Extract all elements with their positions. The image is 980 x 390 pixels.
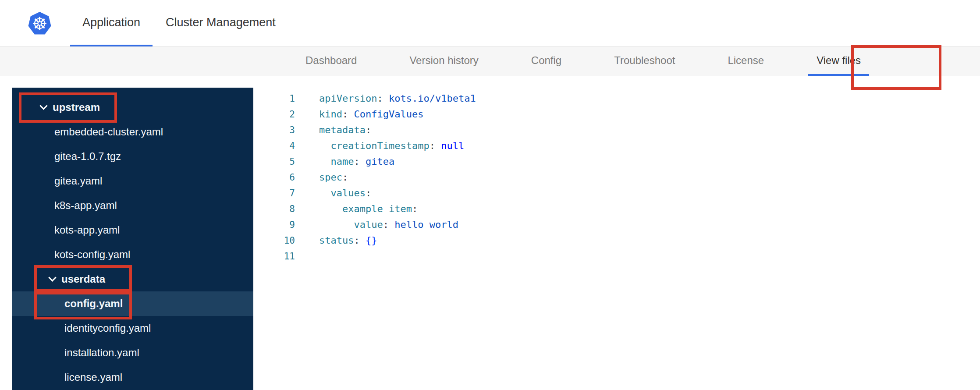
subnav-item-version-history[interactable]: Version history [401, 47, 486, 76]
subnav-item-dashboard-label: Dashboard [305, 54, 357, 67]
code-line: 9 value: hello world [253, 217, 980, 233]
file-kots-app-yaml[interactable]: kots-app.yaml [12, 218, 253, 242]
subnav-item-config-label: Config [531, 54, 561, 67]
line-number: 6 [253, 170, 295, 185]
subnav-item-config[interactable]: Config [523, 47, 570, 76]
line-number: 10 [253, 233, 295, 248]
subnav-item-view-files[interactable]: View files [808, 47, 869, 76]
subnav-item-troubleshoot-label: Troubleshoot [614, 54, 675, 67]
subnav-item-license-label: License [728, 54, 764, 67]
code-line: 6spec: [253, 170, 980, 185]
subnav-item-version-history-label: Version history [409, 54, 478, 67]
code-line: 1apiVersion: kots.io/v1beta1 [253, 91, 980, 106]
code-line: 7 values: [253, 185, 980, 201]
subnav-item-license[interactable]: License [719, 47, 772, 76]
code-line: 4 creationTimestamp: null [253, 138, 980, 154]
line-number: 1 [253, 91, 295, 106]
kots-admin-console: ☸ Application Cluster Management Dashboa… [0, 0, 980, 390]
file-tree: upstreamembedded-cluster.yamlgitea-1.0.7… [12, 88, 253, 390]
code-text: values: [295, 185, 371, 201]
code-text: example_item: [295, 201, 418, 217]
line-number: 2 [253, 106, 295, 122]
top-bar: ☸ Application Cluster Management [0, 0, 980, 47]
line-number: 3 [253, 122, 295, 138]
file-kots-config-yaml[interactable]: kots-config.yaml [12, 242, 253, 267]
tab-application[interactable]: Application [70, 0, 153, 46]
subnav-item-dashboard[interactable]: Dashboard [297, 47, 365, 76]
code-text [295, 248, 319, 264]
tab-cluster-management[interactable]: Cluster Management [153, 0, 288, 46]
file-k8s-app-yaml[interactable]: k8s-app.yaml [12, 193, 253, 218]
file-tree-item-label: gitea.yaml [54, 175, 102, 187]
code-text: creationTimestamp: null [295, 138, 464, 154]
file-license-yaml[interactable]: license.yaml [12, 365, 253, 390]
code-line: 11 [253, 248, 980, 264]
subnav-item-troubleshoot[interactable]: Troubleshoot [606, 47, 683, 76]
line-number: 11 [253, 248, 295, 264]
code-line: 2kind: ConfigValues [253, 106, 980, 122]
line-number: 9 [253, 217, 295, 233]
subnav-item-view-files-label: View files [817, 54, 861, 67]
file-tree-item-label: embedded-cluster.yaml [54, 126, 163, 138]
file-gitea-yaml[interactable]: gitea.yaml [12, 169, 253, 193]
code-line: 3metadata: [253, 122, 980, 138]
code-line: 8 example_item: [253, 201, 980, 217]
file-embedded-cluster-yaml[interactable]: embedded-cluster.yaml [12, 120, 253, 144]
file-tree-item-label: upstream [53, 101, 100, 113]
file-tree-item-label: license.yaml [64, 371, 122, 383]
file-tree-item-label: userdata [61, 273, 105, 285]
file-tree-item-label: kots-app.yaml [54, 224, 120, 236]
file-installation-yaml[interactable]: installation.yaml [12, 340, 253, 365]
line-number: 8 [253, 201, 295, 217]
code-text: value: hello world [295, 217, 458, 233]
file-config-yaml[interactable]: config.yaml [12, 291, 253, 316]
tab-cluster-management-label: Cluster Management [166, 16, 276, 29]
app-subnav: Dashboard Version history Config Trouble… [0, 47, 980, 76]
chevron-down-icon [48, 273, 56, 281]
line-number: 5 [253, 154, 295, 170]
code-line: 5 name: gitea [253, 154, 980, 170]
line-number: 4 [253, 138, 295, 154]
kubernetes-logo-icon[interactable]: ☸ [28, 12, 51, 35]
file-tree-item-label: kots-config.yaml [54, 248, 130, 261]
file-gitea-1-0-7-tgz[interactable]: gitea-1.0.7.tgz [12, 144, 253, 169]
file-tree-item-label: gitea-1.0.7.tgz [54, 150, 121, 163]
folder-upstream[interactable]: upstream [12, 95, 253, 120]
code-text: status: {} [295, 233, 377, 248]
code-line: 10status: {} [253, 233, 980, 248]
code-text: spec: [295, 170, 348, 185]
code-text: kind: ConfigValues [295, 106, 423, 122]
folder-userdata[interactable]: userdata [12, 267, 253, 291]
code-text: apiVersion: kots.io/v1beta1 [295, 91, 476, 106]
chevron-down-icon [39, 102, 47, 110]
file-tree-item-label: config.yaml [64, 298, 123, 310]
file-tree-item-label: identityconfig.yaml [64, 322, 151, 334]
code-text: name: gitea [295, 154, 394, 170]
code-lines: 1apiVersion: kots.io/v1beta12kind: Confi… [253, 91, 980, 264]
file-tree-item-label: k8s-app.yaml [54, 199, 117, 212]
top-nav: Application Cluster Management [70, 0, 288, 46]
file-tree-item-label: installation.yaml [64, 347, 139, 359]
code-editor[interactable]: 1apiVersion: kots.io/v1beta12kind: Confi… [253, 88, 980, 390]
kubernetes-wheel-glyph: ☸ [32, 15, 48, 32]
view-files-content: upstreamembedded-cluster.yamlgitea-1.0.7… [0, 76, 980, 390]
code-text: metadata: [295, 122, 371, 138]
line-number: 7 [253, 185, 295, 201]
tab-application-label: Application [82, 16, 140, 29]
file-identityconfig-yaml[interactable]: identityconfig.yaml [12, 316, 253, 340]
